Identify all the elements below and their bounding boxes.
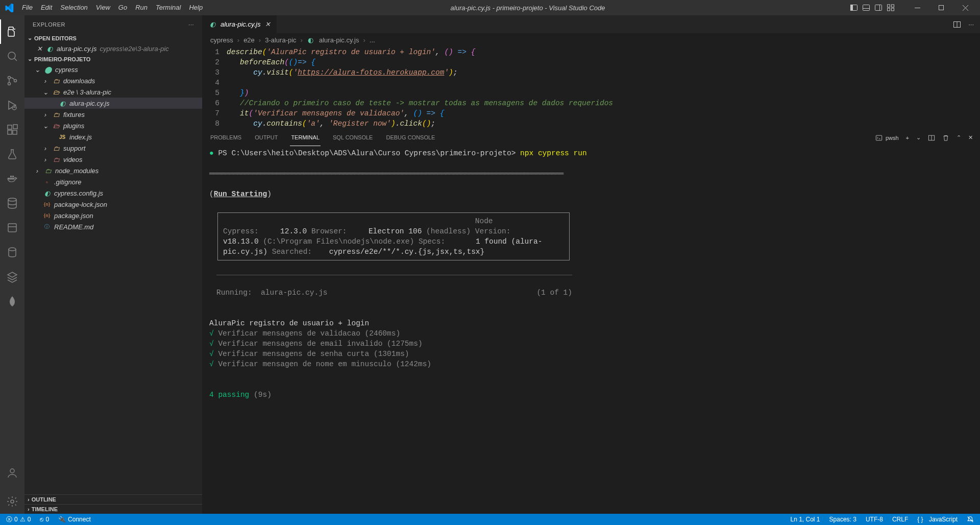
sidebar-more-icon[interactable]: ··· bbox=[188, 21, 194, 28]
layout-customize-icon[interactable] bbox=[886, 4, 896, 12]
svg-rect-22 bbox=[8, 130, 12, 134]
folder-fixtures[interactable]: ›🗀fixtures bbox=[24, 109, 202, 120]
section-outline[interactable]: › OUTLINE bbox=[24, 494, 202, 504]
split-terminal-icon[interactable] bbox=[928, 134, 935, 141]
activity-explorer-icon[interactable] bbox=[0, 19, 24, 44]
kill-terminal-icon[interactable] bbox=[942, 134, 949, 141]
svg-rect-38 bbox=[876, 135, 881, 140]
activity-layers-icon[interactable] bbox=[0, 265, 24, 289]
panel-tab-terminal[interactable]: TERMINAL bbox=[290, 129, 321, 146]
panel-tab-output[interactable]: OUTPUT bbox=[254, 129, 279, 146]
maximize-button[interactable] bbox=[930, 0, 953, 15]
activity-run-icon[interactable] bbox=[0, 93, 24, 117]
file-alura-pic[interactable]: ◐alura-pic.cy.js bbox=[24, 98, 202, 109]
folder-nodemodules[interactable]: ›🗀node_modules bbox=[24, 165, 202, 176]
code-editor[interactable]: 12345678 describe('AluraPic registro de … bbox=[202, 46, 980, 129]
file-readme[interactable]: ⓘREADME.md bbox=[24, 221, 202, 232]
editor-tab-alura[interactable]: ◐ alura-pic.cy.js ✕ bbox=[202, 15, 277, 33]
section-open-editors[interactable]: ⌄ OPEN EDITORS bbox=[24, 33, 202, 43]
minimize-button[interactable] bbox=[906, 0, 929, 15]
status-spaces[interactable]: Spaces: 3 bbox=[827, 516, 859, 523]
status-eol[interactable]: CRLF bbox=[890, 516, 910, 523]
split-editor-icon[interactable] bbox=[953, 20, 961, 29]
terminal-output[interactable]: ● PS C:\Users\heito\Desktop\ADS\Alura\Cu… bbox=[202, 146, 980, 514]
status-encoding[interactable]: UTF-8 bbox=[864, 516, 885, 523]
panel-tab-sql[interactable]: SQL CONSOLE bbox=[332, 129, 374, 146]
file-packagejson[interactable]: {n}package.json bbox=[24, 210, 202, 221]
section-project[interactable]: ⌄ PRIMEIRO-PROJETO bbox=[24, 54, 202, 64]
status-connect[interactable]: 🔌Connect bbox=[56, 516, 93, 523]
menu-view[interactable]: View bbox=[92, 0, 114, 15]
crumb[interactable]: ... bbox=[370, 36, 375, 44]
open-editor-item[interactable]: ✕ ◐ alura-pic.cy.js cypress\e2e\3-alura-… bbox=[24, 43, 202, 54]
activity-bar bbox=[0, 15, 24, 514]
file-packagelock[interactable]: {n}package-lock.json bbox=[24, 199, 202, 210]
menu-file[interactable]: File bbox=[18, 0, 37, 15]
folder-downloads[interactable]: ›🗀downloads bbox=[24, 75, 202, 86]
crumb[interactable]: e2e bbox=[243, 36, 255, 44]
status-language[interactable]: { } JavaScript bbox=[915, 516, 960, 523]
activity-search-icon[interactable] bbox=[0, 44, 24, 68]
svg-rect-23 bbox=[13, 130, 17, 134]
status-notifications-icon[interactable] bbox=[965, 516, 976, 523]
more-icon[interactable]: ··· bbox=[968, 20, 974, 28]
test-result: Verificar mensagens de validacao (2460ms… bbox=[218, 329, 400, 338]
section-timeline[interactable]: › TIMELINE bbox=[24, 504, 202, 514]
close-button[interactable] bbox=[954, 0, 977, 15]
folder-videos[interactable]: ›🗀videos bbox=[24, 154, 202, 165]
crumb[interactable]: 3-alura-pic bbox=[265, 36, 296, 44]
tab-label: alura-pic.cy.js bbox=[220, 20, 261, 28]
file-gitignore[interactable]: ◦.gitignore bbox=[24, 176, 202, 187]
menu-terminal[interactable]: Terminal bbox=[152, 0, 185, 15]
broadcast-icon: ⎋ bbox=[40, 516, 43, 523]
activity-accounts-icon[interactable] bbox=[0, 461, 24, 485]
panel-tab-debug[interactable]: DEBUG CONSOLE bbox=[385, 129, 436, 146]
activity-extensions-icon[interactable] bbox=[0, 117, 24, 142]
passing-count: 4 passing bbox=[209, 391, 249, 399]
activity-flask-icon[interactable] bbox=[0, 142, 24, 166]
folder-e2e[interactable]: ⌄🗁e2e \ 3-alura-pic bbox=[24, 86, 202, 98]
menu-go[interactable]: Go bbox=[114, 0, 131, 15]
status-problems[interactable]: ⓧ0 ⚠0 bbox=[4, 515, 33, 524]
activity-mongodb-icon[interactable] bbox=[0, 289, 24, 314]
panel-tab-problems[interactable]: PROBLEMS bbox=[209, 129, 242, 146]
check-icon: √ bbox=[209, 360, 214, 368]
layout-panel-icon[interactable] bbox=[861, 4, 871, 12]
status-cursor[interactable]: Ln 1, Col 1 bbox=[789, 516, 822, 523]
activity-scm-icon[interactable] bbox=[0, 68, 24, 93]
layout-sidebar-left-icon[interactable] bbox=[849, 4, 859, 12]
activity-db2-icon[interactable] bbox=[0, 240, 24, 265]
file-cypressconfig[interactable]: ◐cypress.config.js bbox=[24, 187, 202, 199]
code-content[interactable]: describe('AluraPic registro de usuario +… bbox=[227, 46, 613, 129]
layout-sidebar-right-icon[interactable] bbox=[873, 4, 884, 12]
file-indexjs[interactable]: JSindex.js bbox=[24, 131, 202, 142]
terminal-dropdown-icon[interactable]: ⌄ bbox=[916, 134, 921, 141]
close-panel-icon[interactable]: ✕ bbox=[968, 134, 973, 141]
open-editor-path: cypress\e2e\3-alura-pic bbox=[100, 45, 169, 53]
outline-label: OUTLINE bbox=[32, 496, 56, 503]
maximize-panel-icon[interactable]: ⌃ bbox=[957, 134, 961, 141]
tab-close-icon[interactable]: ✕ bbox=[265, 20, 271, 28]
crumb[interactable]: alura-pic.cy.js bbox=[319, 36, 359, 44]
activity-settings-icon[interactable] bbox=[0, 489, 24, 514]
menu-run[interactable]: Run bbox=[131, 0, 152, 15]
svg-point-15 bbox=[8, 52, 15, 59]
menu-edit[interactable]: Edit bbox=[37, 0, 56, 15]
folder-plugins[interactable]: ⌄🗁plugins bbox=[24, 120, 202, 131]
activity-docker-icon[interactable] bbox=[0, 166, 24, 191]
menu-selection[interactable]: Selection bbox=[56, 0, 91, 15]
terminal-shell-icon[interactable]: pwsh bbox=[875, 134, 899, 141]
new-terminal-icon[interactable]: + bbox=[906, 135, 909, 141]
svg-rect-29 bbox=[12, 176, 14, 177]
breadcrumbs[interactable]: cypress› e2e› 3-alura-pic› ◐ alura-pic.c… bbox=[202, 33, 980, 46]
menu-help[interactable]: Help bbox=[185, 0, 207, 15]
folder-cypress[interactable]: ⌄⬤cypress bbox=[24, 64, 202, 75]
status-bar: ⓧ0 ⚠0 ⎋0 🔌Connect Ln 1, Col 1 Spaces: 3 … bbox=[0, 514, 980, 525]
activity-server-icon[interactable] bbox=[0, 216, 24, 240]
activity-database-icon[interactable] bbox=[0, 191, 24, 216]
folder-support[interactable]: ›🗀support bbox=[24, 142, 202, 154]
close-icon[interactable]: ✕ bbox=[37, 45, 42, 53]
check-icon: √ bbox=[209, 329, 214, 338]
status-ports[interactable]: ⎋0 bbox=[38, 516, 51, 523]
crumb[interactable]: cypress bbox=[210, 36, 233, 44]
